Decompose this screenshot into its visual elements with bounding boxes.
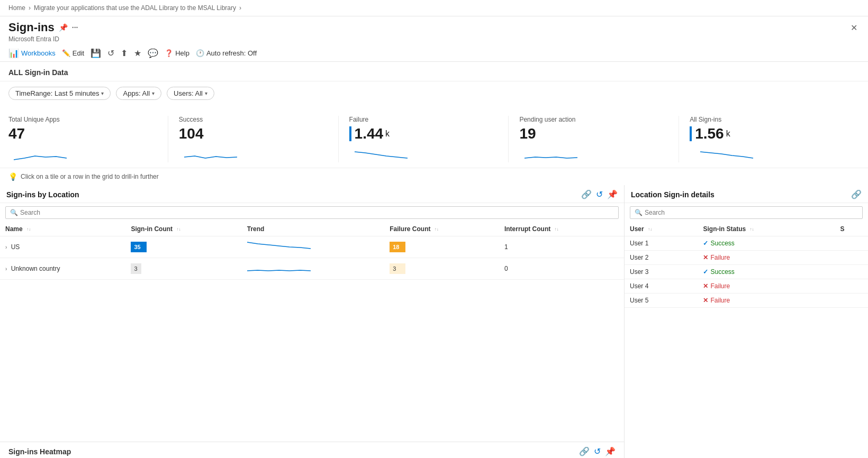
help-label: Help (175, 49, 189, 57)
stat-all-signins[interactable]: All Sign-ins 1.56k (690, 116, 849, 162)
table-row[interactable]: › US 35 (0, 236, 624, 258)
status-success-3: ✓ Success (703, 268, 829, 276)
share-icon[interactable]: ⬆ (121, 48, 128, 58)
left-panel: Sign-ins by Location 🔗 ↺ 📌 🔍 Name ↑↓ (0, 185, 625, 458)
table-row[interactable]: User 1 ✓ Success (625, 236, 868, 251)
heatmap-actions: 🔗 ↺ 📌 (579, 446, 616, 456)
location-link-icon[interactable]: 🔗 (581, 189, 592, 199)
stat-pending[interactable]: Pending user action 19 (519, 116, 679, 162)
breadcrumb-home[interactable]: Home (8, 4, 25, 12)
users-filter[interactable]: Users: All ▾ (167, 87, 214, 100)
apps-filter[interactable]: Apps: All ▾ (116, 87, 161, 100)
row-user-5: User 5 (625, 294, 698, 308)
workbooks-icon: 📊 (8, 48, 19, 58)
col-user[interactable]: User ↑↓ (625, 222, 698, 236)
tip-bar: 💡 Click on a tile or a row in the grid t… (0, 168, 868, 185)
bar-orange-us: 18 (390, 242, 405, 252)
location-undo-icon[interactable]: ↺ (596, 189, 603, 199)
row-name-unknown[interactable]: › Unknown country (0, 258, 125, 280)
breadcrumb-sep1: › (29, 4, 31, 12)
location-panel-header: Sign-ins by Location 🔗 ↺ 📌 (0, 185, 624, 203)
table-row[interactable]: User 3 ✓ Success (625, 265, 868, 279)
feedback-icon[interactable]: 💬 (148, 48, 158, 58)
table-row[interactable]: › Unknown country 3 (0, 258, 624, 280)
auto-refresh-label: Auto refresh: Off (206, 49, 257, 57)
users-label: Users: All (174, 89, 203, 97)
col-name[interactable]: Name ↑↓ (0, 222, 125, 236)
expand-unknown[interactable]: › (5, 266, 7, 272)
details-panel-header: Location Sign-in details 🔗 (625, 185, 868, 203)
row-user-1: User 1 (625, 236, 698, 251)
stat-label-success: Success (179, 116, 328, 123)
more-icon[interactable]: ··· (72, 23, 78, 32)
sort-status[interactable]: ↑↓ (749, 227, 754, 232)
sparkline-all (690, 146, 838, 162)
x-icon-5: ✕ (703, 297, 708, 304)
sort-failure[interactable]: ↑↓ (435, 227, 439, 232)
location-panel-actions: 🔗 ↺ 📌 (581, 189, 618, 199)
page-title-row: Sign-ins 📌 ··· (8, 21, 78, 34)
save-icon[interactable]: 💾 (91, 48, 101, 58)
sort-interrupt[interactable]: ↑↓ (555, 227, 559, 232)
stat-value-success: 104 (179, 125, 328, 142)
favorite-icon[interactable]: ★ (134, 48, 141, 58)
table-row[interactable]: User 2 ✕ Failure (625, 251, 868, 265)
row-interrupt-us: 1 (499, 236, 624, 258)
location-search-box[interactable]: 🔍 (5, 206, 619, 219)
row-name-us[interactable]: › US (0, 236, 125, 258)
stat-value-failure: 1.44k (349, 125, 498, 142)
x-icon-2: ✕ (703, 254, 708, 261)
heatmap-pin-icon[interactable]: 📌 (605, 446, 616, 456)
details-panel-title: Location Sign-in details (631, 190, 715, 199)
details-link-icon[interactable]: 🔗 (851, 189, 862, 199)
row-status-1: ✓ Success (698, 236, 835, 251)
details-table: User ↑↓ Sign-in Status ↑↓ S User 1 ✓ (625, 222, 868, 308)
breadcrumb: Home › Migrate your applications that us… (0, 0, 868, 16)
location-search-input[interactable] (20, 209, 614, 216)
tip-icon: 💡 (8, 172, 17, 181)
stat-value-all: 1.56k (690, 125, 838, 142)
heatmap-undo-icon[interactable]: ↺ (594, 446, 601, 456)
details-search-box[interactable]: 🔍 (630, 206, 863, 219)
breadcrumb-link1[interactable]: Migrate your applications that use the A… (34, 4, 236, 12)
stat-success[interactable]: Success 104 (179, 116, 339, 162)
refresh-icon[interactable]: ↺ (107, 48, 114, 58)
stat-value-apps: 47 (8, 125, 157, 142)
table-row[interactable]: User 4 ✕ Failure (625, 279, 868, 294)
time-range-chevron: ▾ (101, 90, 104, 96)
pin-icon[interactable]: 📌 (59, 23, 68, 32)
col-signin-status[interactable]: Sign-in Status ↑↓ (698, 222, 835, 236)
status-success-1: ✓ Success (703, 240, 829, 247)
expand-us[interactable]: › (5, 244, 7, 250)
workbooks-button[interactable]: 📊 Workbooks (8, 48, 56, 58)
col-interrupt-count[interactable]: Interrupt Count ↑↓ (499, 222, 624, 236)
stat-failure[interactable]: Failure 1.44k (349, 116, 509, 162)
sort-user[interactable]: ↑↓ (648, 227, 652, 232)
stat-total-apps[interactable]: Total Unique Apps 47 (8, 116, 168, 162)
heatmap-link-icon[interactable]: 🔗 (579, 446, 590, 456)
row-user-2: User 2 (625, 251, 698, 265)
check-icon-3: ✓ (703, 268, 708, 276)
col-signin-count[interactable]: Sign-in Count ↑↓ (125, 222, 241, 236)
time-range-filter[interactable]: TimeRange: Last 5 minutes ▾ (8, 87, 111, 100)
check-icon-1: ✓ (703, 240, 708, 247)
stat-label-all: All Sign-ins (690, 116, 838, 123)
help-button[interactable]: ❓ Help (165, 49, 189, 57)
close-button[interactable]: ✕ (848, 21, 860, 35)
auto-refresh-button[interactable]: 🕐 Auto refresh: Off (196, 49, 257, 57)
details-table-scroll[interactable]: User ↑↓ Sign-in Status ↑↓ S User 1 ✓ (625, 222, 868, 458)
location-table-scroll[interactable]: Name ↑↓ Sign-in Count ↑↓ Trend Failure C… (0, 222, 624, 442)
stat-label-pending: Pending user action (519, 116, 668, 123)
row-status-2: ✕ Failure (698, 251, 835, 265)
table-row[interactable]: User 5 ✕ Failure (625, 294, 868, 308)
sort-name[interactable]: ↑↓ (26, 227, 31, 232)
col-failure-count[interactable]: Failure Count ↑↓ (384, 222, 499, 236)
sort-signin[interactable]: ↑↓ (176, 227, 180, 232)
row-interrupt-unknown: 0 (499, 258, 624, 280)
clock-icon: 🕐 (196, 49, 204, 57)
page-subtitle: Microsoft Entra ID (8, 35, 78, 43)
details-search-input[interactable] (645, 209, 858, 216)
row-status-4: ✕ Failure (698, 279, 835, 294)
location-pin-icon[interactable]: 📌 (607, 189, 618, 199)
edit-button[interactable]: ✏️ Edit (62, 49, 84, 57)
